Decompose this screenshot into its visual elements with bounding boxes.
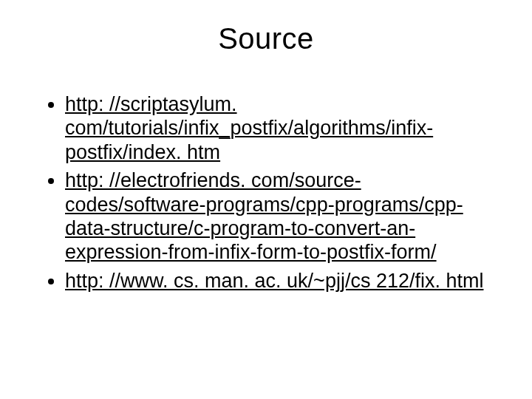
source-list: http: //scriptasylum. com/tutorials/infi… [44, 92, 488, 293]
source-link-1[interactable]: http: //scriptasylum. com/tutorials/infi… [65, 93, 433, 163]
list-item: http: //scriptasylum. com/tutorials/infi… [65, 92, 488, 164]
slide: Source http: //scriptasylum. com/tutoria… [0, 0, 532, 399]
list-item: http: //www. cs. man. ac. uk/~pjj/cs 212… [65, 269, 488, 293]
page-title: Source [44, 22, 488, 55]
source-link-2[interactable]: http: //electrofriends. com/source-codes… [65, 169, 463, 263]
list-item: http: //electrofriends. com/source-codes… [65, 168, 488, 265]
source-link-3[interactable]: http: //www. cs. man. ac. uk/~pjj/cs 212… [65, 270, 483, 292]
